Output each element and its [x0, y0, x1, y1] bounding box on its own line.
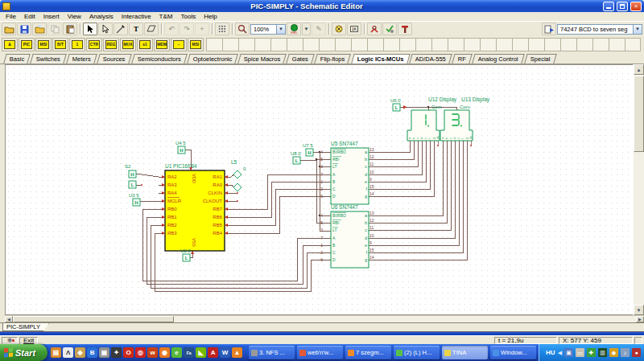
generator-icon[interactable]: 1K: [347, 23, 361, 35]
photoshop-icon[interactable]: Fa: [184, 347, 194, 358]
component-combobox[interactable]: 74247 BCD to seven seg▼: [557, 24, 642, 35]
component-group-icon-3[interactable]: MSI: [35, 38, 52, 51]
decoder-u5[interactable]: U5 SN74474BI/RBOa135RBIb123LTc117Ad101Be…: [320, 141, 374, 204]
task-button-web-n-w[interactable]: web'n'w...: [297, 346, 343, 359]
tab-semiconductors[interactable]: Semiconductors: [131, 54, 187, 64]
status-sound-icon[interactable]: ✱: [2, 337, 18, 344]
menu-edit[interactable]: Edit: [20, 12, 39, 21]
tray-printer-icon[interactable]: ▭: [576, 348, 584, 357]
tab-logic-ics-mcus[interactable]: Logic ICs-MCUs: [351, 54, 410, 64]
display-u13[interactable]: U13 DisplayComabcdefgdp: [440, 96, 490, 146]
logic-node-u6[interactable]: U6 0L: [390, 98, 401, 111]
text-tool-icon[interactable]: T: [129, 23, 143, 35]
tab-ad-da-555[interactable]: AD/DA-555: [410, 54, 452, 64]
tab-spice-macros[interactable]: Spice Macros: [237, 54, 287, 64]
scroll-right-arrow[interactable]: ▶: [636, 316, 644, 322]
tab-optoelectronic[interactable]: Optoelectronic: [187, 54, 238, 64]
wire[interactable]: [369, 141, 410, 152]
opera-icon[interactable]: O: [123, 347, 134, 358]
redo-icon[interactable]: ↷: [180, 23, 194, 35]
tray-volume-icon[interactable]: ♪: [621, 348, 630, 357]
switch-s2-high[interactable]: S2H: [125, 164, 136, 178]
wire[interactable]: [231, 189, 331, 225]
tab-switches[interactable]: Switches: [31, 54, 67, 64]
select-tool-icon[interactable]: [98, 23, 113, 35]
schematic-canvas[interactable]: U1 PIC16F84RA2RA1RA3RA0RA4CLKINMCLRCLKOU…: [5, 64, 633, 315]
switch-s2-low[interactable]: L: [129, 181, 136, 188]
horizontal-scrollbar[interactable]: ◀ ▶: [5, 315, 644, 322]
component-group-icon-5[interactable]: 1: [69, 38, 85, 51]
horizontal-scroll-thumb[interactable]: [13, 316, 174, 322]
component-group-icon-2[interactable]: PIC: [19, 38, 35, 51]
undo-icon[interactable]: ↶: [164, 23, 179, 35]
lambda-icon[interactable]: Λ: [63, 347, 73, 358]
scroll-left-arrow[interactable]: ◀: [5, 316, 13, 322]
tab-rf[interactable]: RF: [452, 54, 473, 64]
wire[interactable]: [231, 196, 331, 233]
exit-button[interactable]: Exit: [19, 337, 38, 344]
tray-expand-button[interactable]: ◀: [558, 350, 562, 356]
macro-export-icon[interactable]: [542, 23, 556, 35]
scroll-down-arrow[interactable]: ▼: [634, 305, 644, 315]
menu-t-m[interactable]: T&M: [155, 12, 177, 21]
menu-view[interactable]: View: [64, 12, 85, 21]
run-icon[interactable]: [398, 23, 412, 35]
erc-check-icon[interactable]: [382, 23, 397, 35]
grid-toggle-icon[interactable]: [215, 23, 229, 35]
import-icon[interactable]: [32, 23, 47, 35]
task-button-7-szegm[interactable]: 7 szegm...: [345, 346, 391, 359]
task-button-3-nfs[interactable]: 3. NFS ...: [249, 346, 295, 359]
pic16f84-chip[interactable]: U1 PIC16F84RA2RA1RA3RA0RA4CLKINMCLRCLKOU…: [159, 163, 231, 254]
menu-interactive[interactable]: Interactive: [118, 12, 155, 21]
tray-update-icon[interactable]: ●: [632, 348, 641, 357]
task-button-2-l-h[interactable]: (2) (L) H...: [394, 346, 440, 359]
zoom-tool-icon[interactable]: [235, 23, 250, 35]
close-button[interactable]: ×: [630, 2, 642, 11]
language-indicator[interactable]: HU: [546, 349, 555, 356]
move-icon[interactable]: +: [195, 23, 209, 35]
vhd-dropdown-arrow[interactable]: ▼: [302, 23, 311, 35]
menu-file[interactable]: File: [2, 12, 20, 21]
totalcmd-icon[interactable]: ▤: [51, 347, 61, 358]
wire[interactable]: [369, 141, 414, 159]
wire[interactable]: [231, 174, 331, 209]
probe-pen-icon[interactable]: ✎: [312, 23, 326, 35]
logic-node-u7[interactable]: U7 5H: [303, 143, 313, 156]
open-icon[interactable]: [2, 23, 16, 35]
menu-help[interactable]: Help: [200, 12, 221, 21]
vertical-scroll-thumb[interactable]: [634, 76, 644, 152]
tab-basic[interactable]: Basic: [3, 54, 31, 64]
vertical-scrollbar[interactable]: ▲ ▼: [633, 64, 644, 315]
target-icon[interactable]: ◎: [135, 347, 146, 358]
tab-sources[interactable]: Sources: [97, 54, 132, 64]
titlebar[interactable]: PIC-SIMPLY - Schematic Editor ×: [0, 0, 644, 12]
tab-meters[interactable]: Meters: [67, 54, 97, 64]
component-group-icon-8[interactable]: MUX: [120, 38, 136, 51]
wire[interactable]: [231, 182, 331, 217]
wire[interactable]: [369, 141, 418, 166]
minimize-button[interactable]: [603, 2, 614, 11]
logic-node-u3[interactable]: U3 5H: [129, 193, 140, 206]
spybot-icon[interactable]: ◆: [75, 347, 85, 358]
zoom-level-select[interactable]: 100%▼: [250, 24, 286, 35]
task-button-window[interactable]: Window...: [490, 346, 536, 359]
component-dropdown-arrow[interactable]: ▼: [633, 25, 642, 34]
wire[interactable]: [369, 141, 434, 196]
wire-tool-icon[interactable]: [114, 23, 128, 35]
tab-special[interactable]: Special: [524, 54, 556, 64]
tray-shield-icon[interactable]: ◆: [609, 348, 618, 357]
word-icon[interactable]: W: [220, 347, 230, 358]
tray-computer-icon[interactable]: ▣: [564, 348, 573, 357]
component-group-icon-9[interactable]: ≥1: [137, 38, 153, 51]
logic-node-u8[interactable]: U8 0L: [291, 151, 301, 164]
winamp-icon[interactable]: w: [147, 347, 158, 358]
firefox-icon[interactable]: ◉: [159, 347, 170, 358]
wire[interactable]: [369, 141, 426, 182]
tray-antivirus-icon[interactable]: ✚: [587, 348, 596, 357]
menu-insert[interactable]: Insert: [39, 12, 64, 21]
wire[interactable]: [136, 174, 159, 177]
vlc-icon[interactable]: ▲: [232, 347, 242, 358]
schematic-drawing[interactable]: U1 PIC16F84RA2RA1RA3RA0RA4CLKINMCLRCLKOU…: [6, 65, 630, 315]
bluetooth-icon[interactable]: B: [87, 347, 97, 358]
copy-icon[interactable]: [47, 23, 62, 35]
